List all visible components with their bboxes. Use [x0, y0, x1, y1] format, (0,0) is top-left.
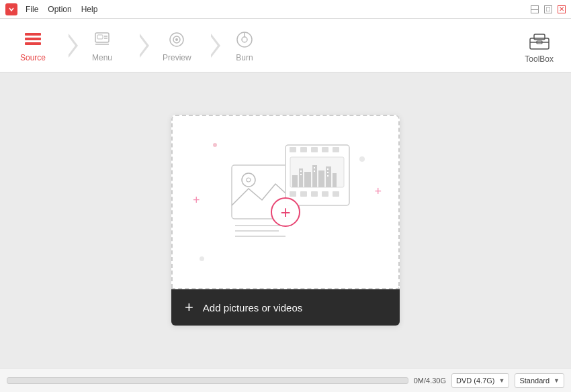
toolbox-label: ToolBox — [525, 54, 554, 64]
svg-rect-31 — [290, 191, 296, 197]
toolbox-button[interactable]: ToolBox — [514, 22, 564, 69]
svg-rect-33 — [311, 191, 318, 197]
nav-step-burn[interactable]: Burn — [220, 23, 281, 68]
svg-rect-47 — [314, 170, 315, 172]
nav-bar: Source Menu — [0, 19, 571, 72]
svg-rect-5 — [97, 35, 103, 39]
nav-step-menu[interactable]: Menu — [78, 23, 138, 68]
footer-plus-icon: + — [185, 300, 193, 315]
storage-status: 0M/4.30G — [414, 377, 446, 385]
svg-rect-34 — [322, 191, 328, 197]
disc-type-dropdown[interactable]: DVD (4.7G) ▼ — [451, 373, 509, 388]
svg-rect-3 — [25, 42, 41, 45]
nav-steps: Source Menu — [7, 23, 514, 68]
disc-type-label: DVD (4.7G) — [456, 377, 494, 385]
illustration: + — [212, 138, 359, 273]
maximize-button[interactable]: □ — [544, 5, 552, 13]
svg-rect-27 — [300, 147, 307, 152]
main-area: + + — [0, 72, 571, 368]
burn-label: Burn — [236, 53, 253, 62]
disc-type-chevron: ▼ — [499, 377, 505, 384]
status-bar: 0M/4.30G DVD (4.7G) ▼ Standard ▼ — [0, 368, 571, 392]
svg-rect-48 — [327, 168, 328, 170]
svg-rect-1 — [25, 33, 41, 36]
quality-chevron: ▼ — [554, 377, 560, 384]
drop-zone-card: + + — [171, 115, 400, 326]
preview-icon — [166, 29, 187, 50]
svg-rect-26 — [290, 147, 296, 152]
svg-rect-32 — [300, 191, 307, 197]
decorative-plus-2: + — [374, 185, 382, 199]
svg-rect-30 — [333, 147, 339, 152]
svg-rect-41 — [318, 170, 324, 187]
menu-nav-icon — [91, 29, 113, 50]
svg-rect-49 — [327, 172, 328, 173]
svg-rect-39 — [304, 172, 311, 187]
decorative-dot-3 — [200, 256, 204, 261]
source-icon — [22, 29, 44, 50]
svg-point-13 — [242, 37, 247, 42]
title-bar-left: File Option Help — [5, 3, 97, 15]
minimize-button[interactable]: — — [531, 5, 539, 13]
title-bar: File Option Help — □ ✕ — [0, 0, 571, 19]
svg-rect-44 — [300, 170, 302, 172]
source-label: Source — [20, 53, 46, 62]
window-controls: — □ ✕ — [531, 5, 566, 13]
menu-nav-label: Menu — [92, 53, 112, 62]
menu-option[interactable]: Option — [48, 5, 71, 14]
svg-point-0 — [7, 5, 15, 13]
decorative-dot-2 — [359, 156, 365, 162]
drop-zone-content[interactable]: + + — [171, 115, 400, 289]
nav-step-preview[interactable]: Preview — [149, 23, 210, 68]
burn-icon — [234, 29, 255, 50]
preview-label: Preview — [163, 53, 191, 62]
quality-label: Standard — [519, 377, 550, 385]
svg-rect-16 — [534, 34, 545, 40]
app-logo — [5, 3, 17, 15]
toolbox-icon — [527, 28, 552, 52]
add-overlay-circle: + — [271, 197, 300, 227]
svg-rect-28 — [311, 147, 318, 152]
decorative-plus-1: + — [193, 193, 200, 207]
svg-rect-45 — [300, 174, 302, 175]
add-media-label: Add pictures or videos — [203, 302, 302, 313]
arrow-1 — [67, 34, 78, 58]
arrow-2 — [138, 34, 149, 58]
nav-step-source[interactable]: Source — [7, 23, 67, 68]
svg-rect-50 — [327, 175, 328, 177]
close-button[interactable]: ✕ — [558, 5, 566, 13]
quality-dropdown[interactable]: Standard ▼ — [515, 373, 564, 388]
progress-bar-container — [7, 377, 408, 384]
menu-bar: File Option Help — [26, 5, 97, 14]
svg-rect-37 — [292, 175, 298, 187]
svg-rect-46 — [314, 167, 315, 168]
arrow-3 — [210, 34, 220, 58]
svg-rect-43 — [333, 173, 337, 187]
svg-point-11 — [175, 38, 178, 41]
svg-rect-29 — [322, 147, 328, 152]
menu-file[interactable]: File — [26, 5, 38, 14]
svg-rect-35 — [333, 191, 339, 197]
menu-help[interactable]: Help — [81, 5, 98, 14]
svg-rect-2 — [25, 38, 41, 40]
add-media-button[interactable]: + Add pictures or videos — [171, 289, 400, 326]
